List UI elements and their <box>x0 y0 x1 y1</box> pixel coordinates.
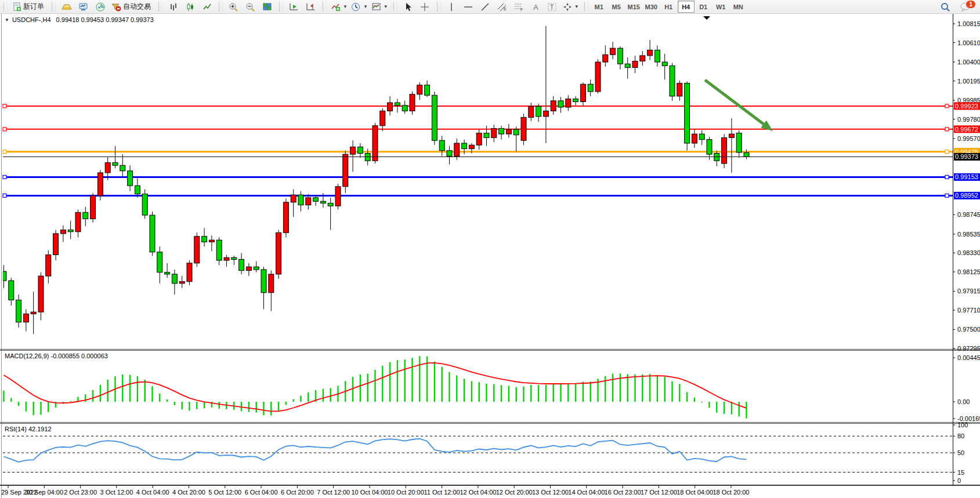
time-axis-label: 5 Oct 12:00 <box>208 489 241 496</box>
rsi-tick-label: 0 <box>957 477 961 484</box>
terminal-icon <box>78 2 89 12</box>
price-tick-label: 0.98535 <box>957 231 980 238</box>
text-tool-button[interactable]: A <box>527 0 544 13</box>
zoom-out-button[interactable] <box>242 0 259 13</box>
time-axis-label: 14 Oct 04:00 <box>568 489 605 496</box>
auto-trading-icon <box>111 2 121 12</box>
line-handle[interactable] <box>3 194 6 197</box>
candle <box>670 63 675 101</box>
new-order-button[interactable]: 新订单 <box>10 0 48 13</box>
tab-timeframe-m5[interactable]: M5 <box>608 1 625 13</box>
line-handle[interactable] <box>945 128 949 131</box>
crosshair-tool-button[interactable] <box>417 0 433 13</box>
candlestick-mode-button[interactable] <box>182 0 198 13</box>
tab-timeframe-m15[interactable]: M15 <box>625 1 642 13</box>
rsi-indicator-label: RSI(14) 42.1912 <box>5 426 52 432</box>
clock-icon <box>351 2 361 12</box>
price-line-badge-label: 0.99373 <box>955 153 978 160</box>
line-handle[interactable] <box>3 150 6 154</box>
price-tick-label: 0.97295 <box>957 345 980 352</box>
toolbar-grip <box>437 2 441 11</box>
toolbar-right-group: 1 <box>936 0 980 13</box>
price-line-badge-label: 0.99153 <box>955 173 978 180</box>
rsi-tick-label: 15 <box>957 469 964 476</box>
candle <box>276 230 281 279</box>
signal-button[interactable] <box>92 0 109 13</box>
rsi-tick-label: 50 <box>957 449 964 456</box>
main-toolbar: 新订单 <box>0 0 980 14</box>
tab-timeframe-h1[interactable]: H1 <box>660 1 677 13</box>
chart-collapse-icon[interactable]: ▼ <box>5 17 9 23</box>
cursor-icon <box>404 2 412 12</box>
tab-timeframe-m1[interactable]: M1 <box>591 1 607 13</box>
auto-scroll-icon <box>289 2 299 12</box>
tile-windows-button[interactable] <box>259 0 276 13</box>
market-watch-button[interactable] <box>58 0 75 13</box>
text-icon: A <box>531 2 540 12</box>
tab-timeframe-mn[interactable]: MN <box>730 1 747 13</box>
auto-scroll-button[interactable] <box>285 0 302 13</box>
line-handle[interactable] <box>945 150 949 154</box>
terminal-button[interactable] <box>75 0 92 13</box>
trendline-icon <box>480 2 490 12</box>
cursor-tool-button[interactable] <box>400 0 417 13</box>
tab-timeframe-h4[interactable]: H4 <box>678 1 695 13</box>
templates-button[interactable]: ▼ <box>370 0 390 13</box>
line-handle[interactable] <box>3 104 6 108</box>
indicators-button[interactable]: ▼ <box>329 0 349 13</box>
time-axis-label: 30 Sep 04:00 <box>26 489 63 496</box>
zoom-in-button[interactable] <box>225 0 242 13</box>
line-chart-mode-button[interactable] <box>198 0 215 13</box>
chart-canvas[interactable]: 1.008151.006101.004001.001950.999850.997… <box>0 14 980 498</box>
price-tick-label: 0.97710 <box>957 307 980 314</box>
fibonacci-tool-button[interactable]: F <box>511 0 527 13</box>
line-handle[interactable] <box>945 104 949 108</box>
price-line-badge-label: 0.99672 <box>955 126 978 133</box>
svg-text:E: E <box>504 7 507 11</box>
channel-tool-button[interactable]: E <box>494 0 511 13</box>
tab-timeframe-w1[interactable]: W1 <box>713 1 729 13</box>
tab-timeframe-m30[interactable]: M30 <box>643 1 660 13</box>
crosshair-icon <box>420 2 429 12</box>
notifications-button[interactable]: 1 <box>957 1 974 13</box>
periods-button[interactable]: ▼ <box>349 0 370 13</box>
time-axis-label: 18 Oct 04:00 <box>677 489 713 496</box>
candle <box>283 198 288 237</box>
text-label-icon: T <box>547 2 558 12</box>
mt4-window: 新订单 <box>0 0 980 498</box>
time-axis-label: 6 Oct 20:00 <box>281 489 314 496</box>
bar-chart-mode-button[interactable] <box>165 0 182 13</box>
time-axis-label: 3 Oct 12:00 <box>100 489 133 496</box>
search-button[interactable] <box>936 0 953 13</box>
chart-window[interactable]: ▼USDCHF-,H4 0.99418 0.99453 0.99347 0.99… <box>0 14 980 498</box>
arrows-tool-button[interactable]: ▼ <box>561 0 581 13</box>
candle <box>97 170 103 200</box>
gold-ingot-icon <box>62 2 72 12</box>
macd-tick-label: 0.00 <box>957 398 970 405</box>
line-handle[interactable] <box>3 128 6 131</box>
templates-icon <box>371 2 381 12</box>
price-tick-label: 0.98745 <box>957 211 980 218</box>
text-label-tool-button[interactable]: T <box>544 0 561 13</box>
tab-timeframe-d1[interactable]: D1 <box>695 1 712 13</box>
auto-trading-button[interactable]: 自动交易 <box>109 0 155 13</box>
vertical-line-tool-button[interactable] <box>443 0 460 13</box>
time-axis-label: 7 Oct 12:00 <box>317 489 350 496</box>
line-handle[interactable] <box>945 175 949 179</box>
horizontal-line-tool-button[interactable] <box>460 0 477 13</box>
macd-tick-label: 0.00445 <box>957 354 980 361</box>
candle <box>142 190 147 219</box>
toolbar-grip <box>158 2 162 11</box>
horizontal-line-icon <box>464 2 473 12</box>
price-tick-label: 0.99780 <box>957 116 980 123</box>
toolbar-grip <box>393 2 397 11</box>
candle <box>187 260 192 285</box>
macd-indicator-label: MACD(12,26,9) -0.000855 0.000063 <box>5 352 108 359</box>
candle <box>432 92 437 145</box>
trendline-tool-button[interactable] <box>477 0 494 13</box>
line-handle[interactable] <box>945 194 949 197</box>
dropdown-caret-icon: ▼ <box>343 4 348 9</box>
chart-shift-button[interactable] <box>302 0 319 13</box>
line-handle[interactable] <box>3 175 6 179</box>
chart-title-bar: ▼USDCHF-,H4 0.99418 0.99453 0.99347 0.99… <box>5 16 154 23</box>
